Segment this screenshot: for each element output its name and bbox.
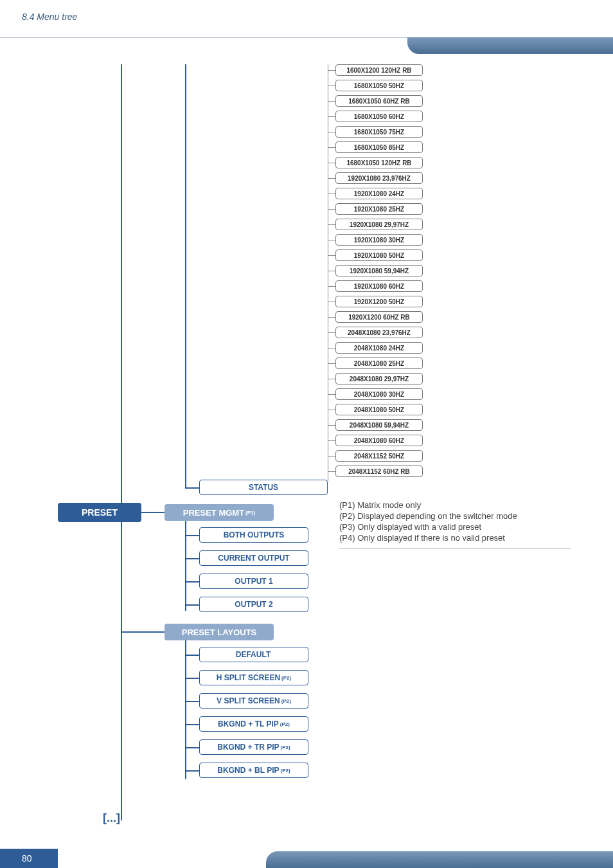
res-connector (328, 240, 335, 240)
res-connector (328, 471, 335, 472)
resolution-item: 1920X1080 25HZ (335, 203, 423, 215)
l4 (185, 747, 199, 748)
menu-preset-mgmt: PRESET MGMT(P1) (164, 504, 274, 521)
l5 (185, 770, 199, 772)
legend-p3: (P3) Only displayed with a valid preset (339, 522, 571, 533)
l3 (185, 724, 199, 725)
res-connector (328, 440, 335, 441)
resolution-item: 1920X1080 30HZ (335, 234, 423, 246)
continuation: [...] (103, 811, 120, 825)
legend-box: (P1) Matrix mode only (P2) Displayed dep… (339, 500, 571, 548)
resolution-item: 1920X1080 23,976HZ (335, 172, 423, 184)
resolution-item: 1680X1050 120HZ RB (335, 157, 423, 168)
resolution-item: 2048X1080 24HZ (335, 342, 423, 354)
menu-status: STATUS (199, 480, 328, 495)
resolution-item: 2048X1080 25HZ (335, 357, 423, 369)
preset-mgmt-label: PRESET MGMT (183, 508, 244, 518)
layout-3-sup: (P2) (280, 721, 290, 727)
layout-4-label: BKGND + TR PIP (217, 743, 279, 752)
resolution-item: 1600X1200 120HZ RB (335, 64, 423, 76)
l0 (185, 655, 199, 656)
res-connector (328, 379, 335, 379)
header-tab (407, 37, 613, 54)
res-connector (328, 86, 335, 86)
res-connector (328, 348, 335, 348)
menu-hsplit: H SPLIT SCREEN(P2) (199, 670, 308, 685)
res-connector (328, 456, 335, 457)
resolution-item: 2048X1152 60HZ RB (335, 466, 423, 477)
layout-3-label: BKGND + TL PIP (218, 719, 279, 728)
legend-p2: (P2) Displayed depending on the switcher… (339, 511, 571, 522)
res-connector (328, 332, 335, 333)
resolution-item: 2048X1080 23,976HZ (335, 327, 423, 338)
res-connector (328, 317, 335, 318)
mgmt-trunk (185, 521, 186, 611)
res-connector (328, 70, 335, 71)
layout-5-sup: (P2) (281, 768, 290, 773)
layout-2-label: V SPLIT SCREEN (217, 696, 280, 705)
mgmt-connector (121, 512, 164, 513)
resolution-item: 1920X1080 60HZ (335, 280, 423, 292)
layout-4-sup: (P2) (281, 745, 290, 750)
menu-preset-layouts: PRESET LAYOUTS (164, 624, 274, 640)
res-connector (328, 116, 335, 117)
resolution-item: 1680X1050 60HZ (335, 111, 423, 122)
l2 (185, 701, 199, 702)
section-title: 8.4 Menu tree (0, 0, 613, 22)
menu-blpip: BKGND + BL PIP(P2) (199, 763, 308, 778)
menu-vsplit: V SPLIT SCREEN(P2) (199, 693, 308, 709)
res-connector (328, 255, 335, 256)
menu-both-outputs: BOTH OUTPUTS (199, 527, 308, 543)
resolution-item: 1920X1080 50HZ (335, 249, 423, 261)
c1 (185, 558, 199, 559)
resolution-item: 1680X1050 85HZ (335, 141, 423, 153)
res-connector (328, 286, 335, 287)
menu-current-output: CURRENT OUTPUT (199, 550, 308, 566)
c0 (185, 535, 199, 536)
layout-0-label: DEFAULT (236, 650, 271, 659)
resolution-item: 1920X1080 29,97HZ (335, 219, 423, 230)
menu-tree: STATUS PRESET PRESET MGMT(P1) BOTH OUTPU… (58, 64, 559, 836)
resolution-item: 1680X1050 75HZ (335, 126, 423, 138)
status-trunk (185, 64, 186, 489)
resolution-item: 2048X1152 50HZ (335, 450, 423, 462)
menu-output1: OUTPUT 1 (199, 574, 308, 589)
layouts-connector (121, 631, 164, 633)
res-connector (328, 363, 335, 364)
menu-tlpip: BKGND + TL PIP(P2) (199, 716, 308, 732)
c3 (185, 604, 199, 606)
resolution-item: 1920X1080 24HZ (335, 188, 423, 199)
res-connector (328, 394, 335, 395)
res-connector (328, 271, 335, 271)
res-connector (328, 147, 335, 148)
resolution-item: 1920X1200 60HZ RB (335, 311, 423, 323)
layout-1-label: H SPLIT SCREEN (217, 673, 280, 682)
res-connector (328, 132, 335, 132)
resolution-item: 2048X1080 50HZ (335, 404, 423, 415)
legend-p4: (P4) Only displayed if there is no valid… (339, 533, 571, 544)
res-connector (328, 178, 335, 179)
res-connector (328, 101, 335, 102)
resolution-item: 2048X1080 30HZ (335, 388, 423, 400)
resolution-item: 1920X1080 59,94HZ (335, 265, 423, 276)
c2 (185, 581, 199, 583)
preset-mgmt-sup: (P1) (245, 510, 255, 516)
res-connector (328, 425, 335, 426)
res-trunk (328, 64, 328, 481)
res-connector (328, 163, 335, 163)
resolution-item: 2048X1080 59,94HZ (335, 419, 423, 431)
res-connector (328, 209, 335, 210)
menu-default: DEFAULT (199, 647, 308, 662)
layouts-trunk (185, 640, 186, 779)
res-connector (328, 302, 335, 302)
layout-1-sup: (P2) (281, 675, 291, 681)
footer-tab (266, 851, 613, 868)
legend-p1: (P1) Matrix mode only (339, 500, 571, 511)
layout-2-sup: (P2) (281, 698, 291, 704)
menu-output2: OUTPUT 2 (199, 597, 308, 612)
resolution-item: 1680X1050 50HZ (335, 80, 423, 91)
resolution-item: 1920X1200 50HZ (335, 296, 423, 307)
trunk-line (121, 64, 122, 820)
l1 (185, 678, 199, 679)
resolution-item: 2048X1080 60HZ (335, 435, 423, 446)
